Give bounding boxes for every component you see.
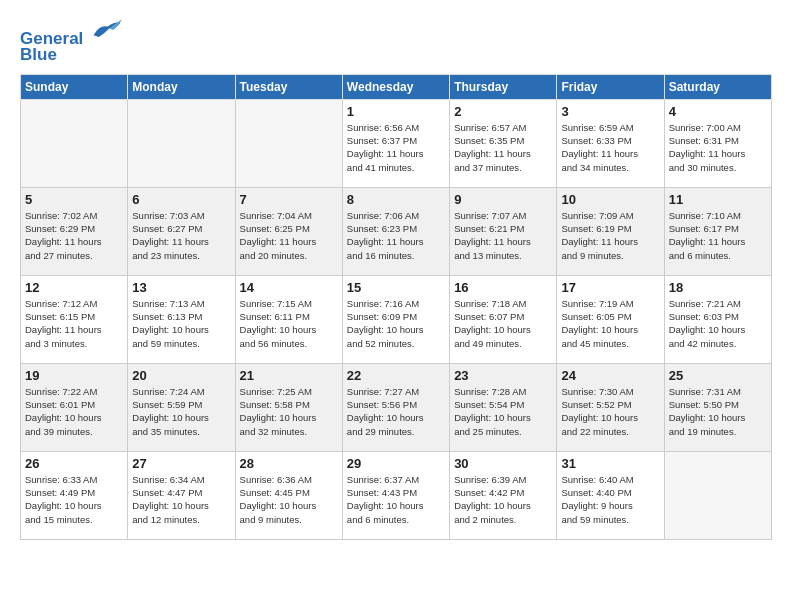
day-number: 19 <box>25 368 123 383</box>
weekday-header-thursday: Thursday <box>450 74 557 99</box>
day-number: 17 <box>561 280 659 295</box>
weekday-header-sunday: Sunday <box>21 74 128 99</box>
calendar-day-cell: 30Sunrise: 6:39 AM Sunset: 4:42 PM Dayli… <box>450 451 557 539</box>
day-number: 8 <box>347 192 445 207</box>
calendar-day-cell: 24Sunrise: 7:30 AM Sunset: 5:52 PM Dayli… <box>557 363 664 451</box>
logo-bird-icon <box>90 16 122 44</box>
logo: General Blue <box>20 16 122 66</box>
day-detail: Sunrise: 6:36 AM Sunset: 4:45 PM Dayligh… <box>240 473 338 526</box>
calendar-day-cell: 11Sunrise: 7:10 AM Sunset: 6:17 PM Dayli… <box>664 187 771 275</box>
day-number: 1 <box>347 104 445 119</box>
weekday-header-monday: Monday <box>128 74 235 99</box>
day-detail: Sunrise: 7:30 AM Sunset: 5:52 PM Dayligh… <box>561 385 659 438</box>
day-detail: Sunrise: 7:27 AM Sunset: 5:56 PM Dayligh… <box>347 385 445 438</box>
day-number: 4 <box>669 104 767 119</box>
calendar-day-cell: 18Sunrise: 7:21 AM Sunset: 6:03 PM Dayli… <box>664 275 771 363</box>
logo-text: General <box>20 16 122 49</box>
day-detail: Sunrise: 7:09 AM Sunset: 6:19 PM Dayligh… <box>561 209 659 262</box>
day-detail: Sunrise: 6:33 AM Sunset: 4:49 PM Dayligh… <box>25 473 123 526</box>
day-number: 13 <box>132 280 230 295</box>
calendar-week-row: 1Sunrise: 6:56 AM Sunset: 6:37 PM Daylig… <box>21 99 772 187</box>
day-number: 11 <box>669 192 767 207</box>
calendar-day-cell: 4Sunrise: 7:00 AM Sunset: 6:31 PM Daylig… <box>664 99 771 187</box>
weekday-header-saturday: Saturday <box>664 74 771 99</box>
day-detail: Sunrise: 6:37 AM Sunset: 4:43 PM Dayligh… <box>347 473 445 526</box>
calendar-day-cell: 26Sunrise: 6:33 AM Sunset: 4:49 PM Dayli… <box>21 451 128 539</box>
weekday-header-wednesday: Wednesday <box>342 74 449 99</box>
day-detail: Sunrise: 7:06 AM Sunset: 6:23 PM Dayligh… <box>347 209 445 262</box>
calendar-week-row: 5Sunrise: 7:02 AM Sunset: 6:29 PM Daylig… <box>21 187 772 275</box>
day-number: 29 <box>347 456 445 471</box>
day-detail: Sunrise: 6:57 AM Sunset: 6:35 PM Dayligh… <box>454 121 552 174</box>
day-number: 27 <box>132 456 230 471</box>
day-number: 6 <box>132 192 230 207</box>
calendar-day-cell: 27Sunrise: 6:34 AM Sunset: 4:47 PM Dayli… <box>128 451 235 539</box>
calendar-day-cell: 16Sunrise: 7:18 AM Sunset: 6:07 PM Dayli… <box>450 275 557 363</box>
day-number: 21 <box>240 368 338 383</box>
calendar-day-cell: 25Sunrise: 7:31 AM Sunset: 5:50 PM Dayli… <box>664 363 771 451</box>
calendar-day-cell: 14Sunrise: 7:15 AM Sunset: 6:11 PM Dayli… <box>235 275 342 363</box>
calendar-day-cell: 28Sunrise: 6:36 AM Sunset: 4:45 PM Dayli… <box>235 451 342 539</box>
day-number: 28 <box>240 456 338 471</box>
calendar-day-cell: 19Sunrise: 7:22 AM Sunset: 6:01 PM Dayli… <box>21 363 128 451</box>
day-number: 12 <box>25 280 123 295</box>
day-number: 5 <box>25 192 123 207</box>
day-number: 15 <box>347 280 445 295</box>
day-detail: Sunrise: 7:19 AM Sunset: 6:05 PM Dayligh… <box>561 297 659 350</box>
calendar-day-cell: 31Sunrise: 6:40 AM Sunset: 4:40 PM Dayli… <box>557 451 664 539</box>
day-number: 24 <box>561 368 659 383</box>
day-detail: Sunrise: 7:24 AM Sunset: 5:59 PM Dayligh… <box>132 385 230 438</box>
day-detail: Sunrise: 6:40 AM Sunset: 4:40 PM Dayligh… <box>561 473 659 526</box>
calendar-day-cell: 3Sunrise: 6:59 AM Sunset: 6:33 PM Daylig… <box>557 99 664 187</box>
day-number: 10 <box>561 192 659 207</box>
calendar-day-cell <box>128 99 235 187</box>
day-number: 23 <box>454 368 552 383</box>
calendar-day-cell: 8Sunrise: 7:06 AM Sunset: 6:23 PM Daylig… <box>342 187 449 275</box>
calendar-week-row: 19Sunrise: 7:22 AM Sunset: 6:01 PM Dayli… <box>21 363 772 451</box>
day-detail: Sunrise: 7:12 AM Sunset: 6:15 PM Dayligh… <box>25 297 123 350</box>
day-number: 26 <box>25 456 123 471</box>
day-number: 18 <box>669 280 767 295</box>
calendar-day-cell: 1Sunrise: 6:56 AM Sunset: 6:37 PM Daylig… <box>342 99 449 187</box>
calendar-day-cell: 23Sunrise: 7:28 AM Sunset: 5:54 PM Dayli… <box>450 363 557 451</box>
day-detail: Sunrise: 7:25 AM Sunset: 5:58 PM Dayligh… <box>240 385 338 438</box>
weekday-header-tuesday: Tuesday <box>235 74 342 99</box>
day-number: 3 <box>561 104 659 119</box>
calendar-day-cell: 9Sunrise: 7:07 AM Sunset: 6:21 PM Daylig… <box>450 187 557 275</box>
calendar-day-cell <box>21 99 128 187</box>
day-detail: Sunrise: 7:22 AM Sunset: 6:01 PM Dayligh… <box>25 385 123 438</box>
calendar-day-cell: 17Sunrise: 7:19 AM Sunset: 6:05 PM Dayli… <box>557 275 664 363</box>
day-detail: Sunrise: 7:02 AM Sunset: 6:29 PM Dayligh… <box>25 209 123 262</box>
day-detail: Sunrise: 7:00 AM Sunset: 6:31 PM Dayligh… <box>669 121 767 174</box>
calendar-day-cell: 2Sunrise: 6:57 AM Sunset: 6:35 PM Daylig… <box>450 99 557 187</box>
day-detail: Sunrise: 7:13 AM Sunset: 6:13 PM Dayligh… <box>132 297 230 350</box>
day-number: 20 <box>132 368 230 383</box>
day-detail: Sunrise: 7:03 AM Sunset: 6:27 PM Dayligh… <box>132 209 230 262</box>
day-number: 9 <box>454 192 552 207</box>
page: General Blue SundayMondayTuesdayWednesda… <box>0 0 792 556</box>
header: General Blue <box>20 16 772 66</box>
calendar-day-cell: 5Sunrise: 7:02 AM Sunset: 6:29 PM Daylig… <box>21 187 128 275</box>
day-number: 31 <box>561 456 659 471</box>
day-detail: Sunrise: 7:15 AM Sunset: 6:11 PM Dayligh… <box>240 297 338 350</box>
calendar-week-row: 26Sunrise: 6:33 AM Sunset: 4:49 PM Dayli… <box>21 451 772 539</box>
day-detail: Sunrise: 7:31 AM Sunset: 5:50 PM Dayligh… <box>669 385 767 438</box>
day-detail: Sunrise: 7:28 AM Sunset: 5:54 PM Dayligh… <box>454 385 552 438</box>
calendar-day-cell <box>235 99 342 187</box>
day-number: 25 <box>669 368 767 383</box>
calendar-day-cell: 13Sunrise: 7:13 AM Sunset: 6:13 PM Dayli… <box>128 275 235 363</box>
day-detail: Sunrise: 6:34 AM Sunset: 4:47 PM Dayligh… <box>132 473 230 526</box>
day-number: 7 <box>240 192 338 207</box>
calendar-table: SundayMondayTuesdayWednesdayThursdayFrid… <box>20 74 772 540</box>
day-number: 30 <box>454 456 552 471</box>
day-number: 16 <box>454 280 552 295</box>
day-number: 2 <box>454 104 552 119</box>
calendar-day-cell: 20Sunrise: 7:24 AM Sunset: 5:59 PM Dayli… <box>128 363 235 451</box>
calendar-week-row: 12Sunrise: 7:12 AM Sunset: 6:15 PM Dayli… <box>21 275 772 363</box>
day-number: 22 <box>347 368 445 383</box>
day-detail: Sunrise: 6:39 AM Sunset: 4:42 PM Dayligh… <box>454 473 552 526</box>
day-detail: Sunrise: 6:59 AM Sunset: 6:33 PM Dayligh… <box>561 121 659 174</box>
calendar-day-cell: 7Sunrise: 7:04 AM Sunset: 6:25 PM Daylig… <box>235 187 342 275</box>
day-detail: Sunrise: 7:21 AM Sunset: 6:03 PM Dayligh… <box>669 297 767 350</box>
day-detail: Sunrise: 7:18 AM Sunset: 6:07 PM Dayligh… <box>454 297 552 350</box>
